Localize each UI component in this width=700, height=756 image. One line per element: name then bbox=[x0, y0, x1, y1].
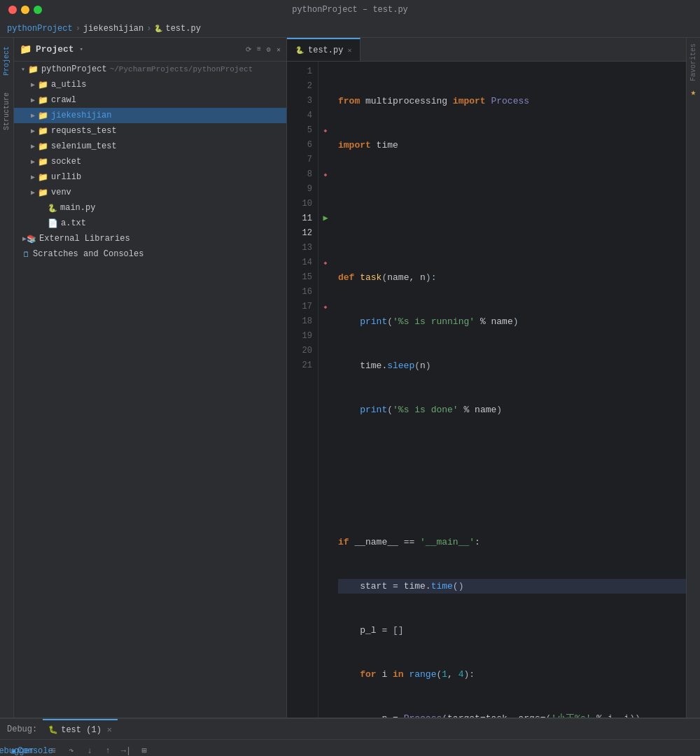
folder-a-utils: a_utils bbox=[51, 80, 86, 90]
side-icons: Project Structure bbox=[0, 38, 14, 718]
close-button[interactable] bbox=[8, 6, 17, 14]
editor-tab-testpy[interactable]: 🐍 test.py ✕ bbox=[287, 38, 360, 61]
breakpoint-8[interactable]: ◆ bbox=[324, 167, 328, 182]
scratches-label: Scratches and Consoles bbox=[33, 249, 144, 259]
tree-item-mainpy[interactable]: 🐍 main.py bbox=[14, 200, 286, 216]
run-arrow-11[interactable]: ▶ bbox=[323, 211, 328, 226]
folder-urllib: urllib bbox=[51, 172, 81, 182]
evaluate-btn[interactable]: ⊞ bbox=[136, 743, 153, 757]
minimize-button[interactable] bbox=[21, 6, 29, 14]
code-line-8: print('%s is done' % name) bbox=[338, 402, 686, 417]
debug-toolbar: Debugger ▣ Console ≡ ↷ ↓ ↑ →| ⊞ bbox=[0, 740, 700, 756]
step-into-btn[interactable]: ↓ bbox=[81, 743, 98, 757]
run-to-cursor-btn[interactable]: →| bbox=[118, 743, 134, 757]
tree-item-atxt[interactable]: 📄 a.txt bbox=[14, 216, 286, 231]
tree-header-icons: ⟳ ≡ ⚙ ✕ bbox=[246, 46, 281, 54]
code-line-2: import time bbox=[338, 138, 686, 153]
code-line-15: p = Process(target=task, args=('小王%s' % … bbox=[338, 711, 686, 718]
external-libraries-label: External Libraries bbox=[39, 234, 130, 244]
console-tab-btn[interactable]: ▣ Console bbox=[24, 743, 41, 757]
tab-label: test.py bbox=[308, 46, 343, 55]
code-gutter: ◆ ◆ ▶ ◆ ◆ bbox=[318, 62, 332, 718]
folder-requests-test: requests_test bbox=[51, 126, 117, 136]
file-mainpy: main.py bbox=[60, 203, 95, 213]
breadcrumb: pythonProject › jiekeshijian › 🐍test.py bbox=[0, 20, 700, 38]
folder-jiekeshijian: jiekeshijian bbox=[51, 111, 111, 120]
favorites-label[interactable]: Favorites bbox=[688, 41, 699, 84]
tree-header-title: Project bbox=[36, 44, 74, 55]
editor: 🐍 test.py ✕ 1 2 3 4 5 6 7 8 9 10 11 12 1… bbox=[287, 38, 686, 718]
debug-header: Debug: 🐛 test (1) ✕ bbox=[0, 719, 700, 740]
code-line-3 bbox=[338, 182, 686, 197]
tree-item-urllib[interactable]: ▶ 📁 urllib bbox=[14, 169, 286, 185]
debug-tab-close[interactable]: ✕ bbox=[107, 724, 112, 735]
collapse-icon[interactable]: ≡ bbox=[257, 46, 261, 54]
sync-icon[interactable]: ⟳ bbox=[246, 46, 251, 54]
code-line-11: if __name__ == '__main__': bbox=[338, 535, 686, 550]
rerun-btn[interactable]: ≡ bbox=[45, 743, 62, 757]
structure-panel-toggle[interactable]: Structure bbox=[1, 90, 12, 133]
file-atxt: a.txt bbox=[61, 218, 86, 228]
file-tree: 📁 Project ▾ ⟳ ≡ ⚙ ✕ ▾ 📁 pythonProject ~/… bbox=[14, 38, 287, 718]
traffic-lights bbox=[8, 6, 42, 14]
step-over-btn[interactable]: ↷ bbox=[63, 743, 80, 757]
code-line-14: for i in range(1, 4): bbox=[338, 667, 686, 682]
tree-item-requests-test[interactable]: ▶ 📁 requests_test bbox=[14, 123, 286, 139]
root-path: ~/PycharmProjects/pythonProject bbox=[110, 65, 253, 74]
main-layout: Project Structure 📁 Project ▾ ⟳ ≡ ⚙ ✕ ▾ … bbox=[0, 38, 700, 718]
root-label: pythonProject bbox=[41, 64, 107, 74]
code-line-12: start = time.time() bbox=[338, 579, 686, 594]
tab-py-icon: 🐍 bbox=[295, 46, 304, 55]
titlebar: pythonProject – test.py bbox=[0, 0, 700, 20]
code-line-7: time.sleep(n) bbox=[338, 358, 686, 373]
external-libraries[interactable]: ▶ 📚 External Libraries bbox=[14, 231, 286, 246]
scratches-consoles[interactable]: 🗒 Scratches and Consoles bbox=[14, 246, 286, 262]
code-line-4 bbox=[338, 226, 686, 241]
tree-header: 📁 Project ▾ ⟳ ≡ ⚙ ✕ bbox=[14, 38, 286, 62]
debug-tool-group-actions: ≡ ↷ ↓ ↑ →| ⊞ bbox=[45, 743, 153, 757]
code-line-1: from multiprocessing import Process bbox=[338, 94, 686, 108]
tree-item-selenium-test[interactable]: ▶ 📁 selenium_test bbox=[14, 139, 286, 154]
code-content[interactable]: from multiprocessing import Process impo… bbox=[332, 62, 686, 718]
folder-selenium-test: selenium_test bbox=[51, 141, 117, 151]
step-out-btn[interactable]: ↑ bbox=[99, 743, 116, 757]
folder-crawl: crawl bbox=[51, 95, 76, 105]
close-panel-icon[interactable]: ✕ bbox=[276, 46, 281, 54]
breadcrumb-folder[interactable]: jiekeshijian bbox=[83, 24, 144, 34]
breakpoint-14[interactable]: ◆ bbox=[324, 255, 328, 270]
debug-tab-label: test (1) bbox=[61, 725, 102, 735]
tree-item-venv[interactable]: ▶ 📁 venv bbox=[14, 185, 286, 200]
breakpoint-17[interactable]: ◆ bbox=[324, 300, 328, 314]
code-line-6: print('%s is running' % name) bbox=[338, 314, 686, 329]
maximize-button[interactable] bbox=[34, 6, 42, 14]
favorites-bar: Favorites ★ bbox=[686, 38, 700, 718]
breadcrumb-file[interactable]: 🐍test.py bbox=[154, 24, 200, 34]
code-line-13: p_l = [] bbox=[338, 623, 686, 638]
editor-tabs: 🐍 test.py ✕ bbox=[287, 38, 686, 62]
breakpoint-5[interactable]: ◆ bbox=[324, 123, 328, 138]
folder-venv: venv bbox=[51, 188, 71, 197]
tab-close-icon[interactable]: ✕ bbox=[347, 46, 351, 55]
tree-item-socket[interactable]: ▶ 📁 socket bbox=[14, 154, 286, 169]
code-area: 1 2 3 4 5 6 7 8 9 10 11 12 13 14 15 16 1… bbox=[287, 62, 686, 718]
code-line-9 bbox=[338, 447, 686, 461]
window-title: pythonProject – test.py bbox=[292, 5, 408, 15]
code-line-5: def task(name, n): bbox=[338, 270, 686, 285]
debug-label: Debug: bbox=[7, 724, 37, 734]
breadcrumb-project[interactable]: pythonProject bbox=[7, 24, 73, 34]
tree-item-jiekeshijian[interactable]: ▶ 📁 jiekeshijian bbox=[14, 108, 286, 123]
tree-root[interactable]: ▾ 📁 pythonProject ~/PycharmProjects/pyth… bbox=[14, 62, 286, 77]
folder-socket: socket bbox=[51, 157, 81, 167]
debug-tab-test[interactable]: 🐛 test (1) ✕ bbox=[43, 719, 118, 739]
settings-icon[interactable]: ⚙ bbox=[267, 46, 271, 54]
bottom-panel: Debug: 🐛 test (1) ✕ Debugger ▣ Console ≡… bbox=[0, 718, 700, 756]
line-numbers: 1 2 3 4 5 6 7 8 9 10 11 12 13 14 15 16 1… bbox=[287, 62, 318, 718]
favorites-star-icon[interactable]: ★ bbox=[691, 87, 696, 98]
code-line-10 bbox=[338, 491, 686, 505]
project-panel-toggle[interactable]: Project bbox=[1, 43, 12, 78]
tree-item-crawl[interactable]: ▶ 📁 crawl bbox=[14, 92, 286, 108]
debug-tool-group-tabs: Debugger ▣ Console bbox=[6, 743, 41, 757]
tree-item-a-utils[interactable]: ▶ 📁 a_utils bbox=[14, 77, 286, 92]
